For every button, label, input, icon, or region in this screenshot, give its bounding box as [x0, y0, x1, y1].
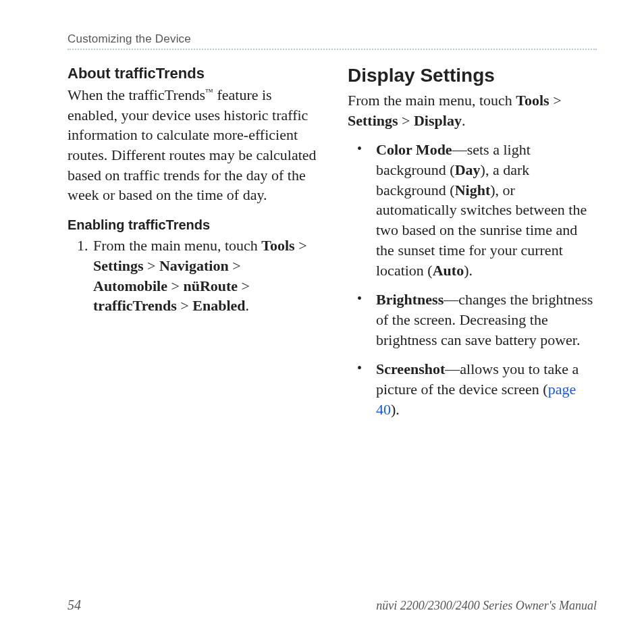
about-text-a: When the trafficTrends: [68, 86, 205, 103]
sep: >: [295, 237, 307, 254]
path-settings: Settings: [93, 257, 144, 274]
path-enabled: Enabled: [192, 297, 245, 314]
item-color-mode: Color Mode—sets a light background (Day)…: [348, 140, 597, 280]
intro-sep1: >: [549, 92, 562, 109]
brightness-name: Brightness: [376, 291, 444, 308]
section-title: Customizing the Device: [68, 32, 191, 45]
display-intro: From the main menu, touch Tools > Settin…: [348, 90, 597, 130]
right-column: Display Settings From the main menu, tou…: [348, 65, 597, 429]
color-auto: Auto: [433, 262, 464, 279]
sep: >: [177, 297, 192, 314]
color-mode-name: Color Mode: [376, 141, 452, 158]
path-navigation: Navigation: [159, 257, 229, 274]
intro-tools: Tools: [516, 92, 549, 109]
display-settings-heading: Display Settings: [348, 65, 597, 86]
sep: >: [238, 277, 250, 294]
about-paragraph: When the trafficTrends™ feature is enabl…: [68, 85, 317, 205]
sep: >: [229, 257, 241, 274]
sep: >: [144, 257, 159, 274]
item-brightness: Brightness—changes the brightness of the…: [348, 290, 597, 350]
intro-display: Display: [414, 112, 462, 129]
manual-title: nüvi 2200/2300/2400 Series Owner's Manua…: [376, 599, 597, 613]
page-number: 54: [68, 597, 81, 613]
screenshot-name: Screenshot: [376, 360, 445, 377]
page-header: Customizing the Device: [68, 32, 597, 50]
path-automobile: Automobile: [93, 277, 167, 294]
intro-dot: .: [462, 112, 466, 129]
page-footer: 54 nüvi 2200/2300/2400 Series Owner's Ma…: [68, 597, 597, 613]
path-nuroute: nüRoute: [183, 277, 238, 294]
color-t4: ).: [464, 262, 473, 279]
display-settings-list: Color Mode—sets a light background (Day)…: [348, 140, 597, 419]
path-traffictrends: trafficTrends: [93, 297, 177, 314]
about-text-b: feature is enabled, your device uses his…: [68, 86, 317, 203]
step-1: From the main menu, touch Tools > Settin…: [92, 236, 317, 316]
step-dot: .: [246, 297, 250, 314]
intro-sep2: >: [398, 112, 414, 129]
trademark-symbol: ™: [205, 87, 213, 97]
step-intro: From the main menu, touch: [93, 237, 261, 254]
item-screenshot: Screenshot—allows you to take a picture …: [348, 359, 597, 419]
enabling-steps: From the main menu, touch Tools > Settin…: [68, 236, 317, 316]
intro-settings: Settings: [348, 112, 398, 129]
path-tools: Tools: [261, 237, 294, 254]
screenshot-t2: ).: [391, 401, 400, 418]
intro-a: From the main menu, touch: [348, 92, 516, 109]
color-day: Day: [455, 161, 481, 178]
color-night: Night: [455, 182, 491, 198]
content-columns: About trafficTrends When the trafficTren…: [68, 65, 597, 429]
sep: >: [167, 277, 183, 294]
enabling-heading: Enabling trafficTrends: [68, 217, 317, 233]
about-heading: About trafficTrends: [68, 65, 317, 82]
left-column: About trafficTrends When the trafficTren…: [68, 65, 317, 429]
